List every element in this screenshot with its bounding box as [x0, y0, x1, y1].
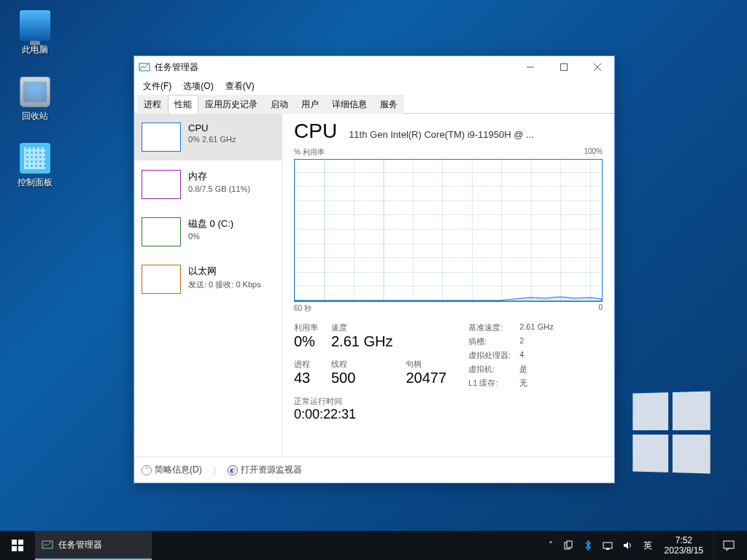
- stat-value-sockets: 2: [519, 336, 553, 347]
- uptime-value: 0:00:22:31: [294, 407, 603, 422]
- stat-label: 插槽:: [468, 336, 511, 347]
- stat-label: 句柄: [406, 359, 446, 370]
- disk-thumb-icon: [142, 217, 181, 246]
- volume-icon[interactable]: [621, 540, 635, 551]
- separator: |: [214, 465, 216, 475]
- cpu-utilization-chart[interactable]: [294, 159, 603, 302]
- menu-view[interactable]: 查看(V): [221, 79, 259, 94]
- stat-value-processes: 43: [294, 370, 318, 386]
- fewer-details-label: 简略信息(D): [155, 464, 202, 476]
- minimize-button[interactable]: [514, 56, 547, 78]
- ime-indicator[interactable]: 英: [641, 540, 654, 552]
- desktop-icon-label: 回收站: [22, 110, 48, 122]
- open-resmon-link[interactable]: ◐打开资源监视器: [228, 464, 302, 476]
- windows-logo-watermark: [632, 391, 710, 473]
- performance-body: CPU 0% 2.61 GHz 内存 0.8/7.5 GB (11%) 磁盘 0…: [134, 114, 614, 456]
- clock[interactable]: 7:52 2023/8/15: [660, 535, 708, 556]
- tabs: 进程 性能 应用历史记录 启动 用户 详细信息 服务: [134, 94, 614, 114]
- stat-value-vm: 是: [519, 364, 553, 375]
- stat-value-threads: 500: [331, 370, 392, 386]
- taskbar-item-task-manager[interactable]: 任务管理器: [35, 531, 152, 560]
- uptime-label: 正常运行时间: [294, 396, 603, 407]
- task-manager-icon: [41, 538, 54, 551]
- chart-label-100: 100%: [584, 147, 603, 158]
- stat-label: 进程: [294, 359, 318, 370]
- stat-value-vprocs: 4: [519, 350, 553, 361]
- svg-rect-5: [12, 540, 17, 545]
- desktop-icons: 此电脑 回收站 控制面板: [7, 7, 62, 192]
- stat-value-utilization: 0%: [294, 333, 318, 350]
- control-panel-icon: [20, 143, 50, 174]
- stat-label: 利用率: [294, 322, 318, 333]
- tray-chevron-up-icon[interactable]: ˄: [546, 540, 555, 551]
- titlebar[interactable]: 任务管理器: [134, 56, 614, 78]
- resmon-label: 打开资源监视器: [241, 464, 302, 476]
- sidebar-item-label: 内存: [188, 170, 250, 183]
- cpu-model: 11th Gen Intel(R) Core(TM) i9-11950H @ .…: [349, 129, 603, 140]
- close-button[interactable]: [581, 56, 614, 78]
- recycle-bin-icon: [20, 77, 50, 107]
- svg-rect-6: [18, 540, 23, 545]
- memory-thumb-icon: [142, 170, 181, 199]
- stats-left: 利用率0% 速度2.61 GHz 进程43 线程500 句柄20477: [294, 322, 446, 389]
- tab-performance[interactable]: 性能: [168, 95, 198, 114]
- clock-date: 2023/8/15: [665, 545, 703, 556]
- resmon-icon: ◐: [228, 465, 238, 475]
- action-center-button[interactable]: [713, 531, 743, 560]
- window-footer: ˄简略信息(D) | ◐打开资源监视器: [134, 456, 614, 483]
- desktop-icon-recycle-bin[interactable]: 回收站: [7, 74, 62, 125]
- sidebar-item-label: 以太网: [188, 265, 261, 278]
- tab-users[interactable]: 用户: [295, 95, 325, 114]
- stat-label: 基准速度:: [468, 322, 511, 333]
- maximize-button[interactable]: [547, 56, 581, 78]
- cpu-thumb-icon: [142, 122, 181, 152]
- stat-label: 虚拟机:: [468, 364, 511, 375]
- svg-rect-13: [606, 548, 609, 550]
- sidebar-item-cpu[interactable]: CPU 0% 2.61 GHz: [134, 114, 282, 161]
- task-manager-icon: [139, 61, 150, 73]
- svg-rect-2: [561, 64, 568, 71]
- system-tray: ˄ 英 7:52 2023/8/15: [546, 531, 747, 560]
- stats-right: 基准速度:2.61 GHz 插槽:2 虚拟处理器:4 虚拟机:是 L1 缓存:无: [468, 322, 554, 389]
- stat-value-base-speed: 2.61 GHz: [519, 322, 553, 333]
- stat-value-l1: 无: [519, 378, 553, 389]
- sidebar-item-disk[interactable]: 磁盘 0 (C:) 0%: [134, 209, 282, 256]
- stat-label: 虚拟处理器:: [468, 350, 511, 361]
- this-pc-icon: [20, 10, 50, 41]
- window-title: 任务管理器: [155, 61, 514, 74]
- tab-processes[interactable]: 进程: [137, 95, 168, 114]
- tray-device-icon[interactable]: [561, 540, 576, 551]
- ethernet-thumb-icon: [142, 265, 181, 294]
- taskbar: 任务管理器 ˄ 英 7:52 2023/8/15: [0, 531, 747, 560]
- stat-value-speed: 2.61 GHz: [331, 333, 392, 350]
- stat-label: 线程: [331, 359, 392, 370]
- desktop-icon-label: 此电脑: [22, 44, 48, 56]
- sidebar-item-detail: 发送: 0 接收: 0 Kbps: [188, 279, 261, 290]
- chart-label-0: 0: [598, 303, 603, 314]
- sidebar-item-label: 磁盘 0 (C:): [188, 217, 233, 230]
- network-icon[interactable]: [600, 540, 615, 551]
- tab-services[interactable]: 服务: [374, 95, 404, 114]
- bluetooth-icon[interactable]: [581, 540, 595, 551]
- tab-details[interactable]: 详细信息: [325, 95, 374, 114]
- sidebar-item-ethernet[interactable]: 以太网 发送: 0 接收: 0 Kbps: [134, 256, 282, 303]
- fewer-details-link[interactable]: ˄简略信息(D): [142, 464, 202, 476]
- sidebar-item-detail: 0.8/7.5 GB (11%): [188, 184, 250, 193]
- clock-time: 7:52: [665, 535, 703, 545]
- stat-value-handles: 20477: [406, 370, 446, 386]
- stat-label: L1 缓存:: [468, 378, 511, 389]
- desktop-icon-this-pc[interactable]: 此电脑: [7, 7, 62, 59]
- menubar: 文件(F) 选项(O) 查看(V): [134, 78, 614, 94]
- menu-file[interactable]: 文件(F): [139, 79, 176, 94]
- tab-app-history[interactable]: 应用历史记录: [198, 95, 264, 114]
- menu-options[interactable]: 选项(O): [179, 79, 217, 94]
- sidebar-item-detail: 0% 2.61 GHz: [188, 135, 236, 144]
- start-button[interactable]: [0, 531, 35, 560]
- desktop-icon-control-panel[interactable]: 控制面板: [7, 140, 62, 192]
- chart-label-util: % 利用率: [294, 147, 325, 158]
- sidebar-item-memory[interactable]: 内存 0.8/7.5 GB (11%): [134, 161, 282, 209]
- svg-rect-11: [567, 541, 572, 548]
- tab-startup[interactable]: 启动: [264, 95, 295, 114]
- task-manager-window: 任务管理器 文件(F) 选项(O) 查看(V) 进程 性能 应用历史记录 启动 …: [133, 55, 615, 483]
- chevron-up-icon: ˄: [142, 465, 152, 475]
